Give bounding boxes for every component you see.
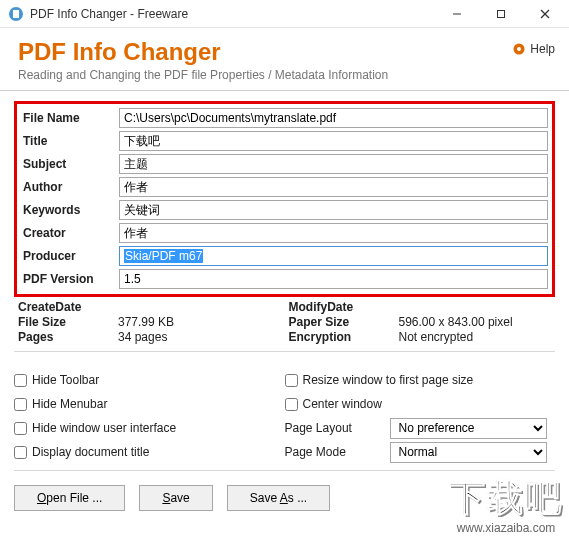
page-mode-select[interactable]: Normal (390, 442, 548, 463)
encryption-label: Encryption (289, 330, 399, 344)
paper-size-value: 596.00 x 843.00 pixel (399, 315, 513, 329)
pages-value: 34 pages (118, 330, 167, 344)
svg-rect-3 (498, 10, 505, 17)
center-window-label: Center window (303, 397, 382, 411)
open-file-button[interactable]: Open File ... (14, 485, 125, 511)
author-input[interactable] (119, 177, 548, 197)
create-date-label: CreateDate (18, 300, 118, 314)
producer-label: Producer (21, 249, 119, 263)
watermark-url: www.xiazaiba.com (449, 521, 563, 535)
titlebar: PDF Info Changer - Freeware (0, 0, 569, 28)
hide-window-ui-checkbox[interactable] (14, 422, 27, 435)
window-title: PDF Info Changer - Freeware (30, 7, 435, 21)
file-size-label: File Size (18, 315, 118, 329)
help-gear-icon (512, 42, 526, 56)
pdf-version-label: PDF Version (21, 272, 119, 286)
keywords-input[interactable] (119, 200, 548, 220)
subject-input[interactable] (119, 154, 548, 174)
subject-label: Subject (21, 157, 119, 171)
file-name-label: File Name (21, 111, 119, 125)
page-layout-label: Page Layout (285, 421, 390, 435)
section-divider-2 (14, 470, 555, 471)
resize-window-label: Resize window to first page size (303, 373, 474, 387)
maximize-button[interactable] (479, 0, 523, 28)
file-name-input[interactable] (119, 108, 548, 128)
keywords-label: Keywords (21, 203, 119, 217)
creator-input[interactable] (119, 223, 548, 243)
title-label: Title (21, 134, 119, 148)
hide-toolbar-label: Hide Toolbar (32, 373, 99, 387)
display-doc-title-label: Display document title (32, 445, 149, 459)
help-label: Help (530, 42, 555, 56)
save-as-button[interactable]: Save As ... (227, 485, 330, 511)
hide-menubar-checkbox[interactable] (14, 398, 27, 411)
modify-date-label: ModifyDate (289, 300, 399, 314)
pdf-version-input[interactable] (119, 269, 548, 289)
producer-selected-text: Skia/PDF m67 (124, 249, 203, 263)
app-icon (8, 6, 24, 22)
file-size-value: 377.99 KB (118, 315, 174, 329)
save-button[interactable]: Save (139, 485, 212, 511)
button-bar: Open File ... Save Save As ... (0, 475, 569, 521)
close-button[interactable] (523, 0, 567, 28)
page-layout-select[interactable]: No preference (390, 418, 548, 439)
app-title: PDF Info Changer (18, 38, 551, 66)
center-window-checkbox[interactable] (285, 398, 298, 411)
author-label: Author (21, 180, 119, 194)
hide-toolbar-checkbox[interactable] (14, 374, 27, 387)
creator-label: Creator (21, 226, 119, 240)
resize-window-checkbox[interactable] (285, 374, 298, 387)
title-input[interactable] (119, 131, 548, 151)
app-subtitle: Reading and Changing the PDF file Proper… (18, 68, 551, 82)
editable-fields-group: File Name Title Subject Author Keywords … (14, 101, 555, 297)
encryption-value: Not encrypted (399, 330, 474, 344)
hide-menubar-label: Hide Menubar (32, 397, 107, 411)
pages-label: Pages (18, 330, 118, 344)
section-divider-1 (14, 351, 555, 352)
display-doc-title-checkbox[interactable] (14, 446, 27, 459)
hide-window-ui-label: Hide window user interface (32, 421, 176, 435)
header: PDF Info Changer Reading and Changing th… (0, 28, 569, 90)
producer-input[interactable]: Skia/PDF m67 (119, 246, 548, 266)
svg-point-7 (517, 47, 521, 51)
page-mode-label: Page Mode (285, 445, 390, 459)
help-button[interactable]: Help (512, 42, 555, 56)
svg-rect-1 (13, 10, 19, 18)
minimize-button[interactable] (435, 0, 479, 28)
paper-size-label: Paper Size (289, 315, 399, 329)
view-options: Hide Toolbar Hide Menubar Hide window us… (0, 364, 569, 466)
